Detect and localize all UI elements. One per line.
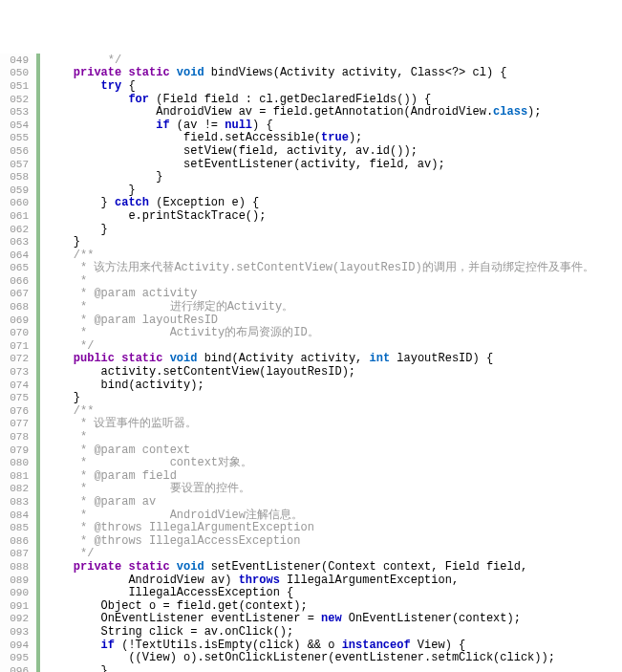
code-content: }	[46, 235, 80, 249]
code-line: 057 setEventListener(activity, field, av…	[0, 158, 622, 171]
code-line: 088 private static void setEventListener…	[0, 560, 622, 574]
gutter-divider	[37, 274, 40, 288]
line-number: 080	[0, 456, 37, 469]
line-number: 071	[0, 339, 37, 353]
line-number: 057	[0, 158, 37, 171]
line-number: 091	[0, 599, 37, 613]
code-line: 087 */	[0, 548, 622, 561]
line-number: 072	[0, 352, 37, 365]
gutter-divider	[37, 469, 40, 483]
line-number: 084	[0, 509, 37, 522]
gutter-divider	[37, 456, 40, 469]
code-content: * 该方法用来代替Activity.setContentView(layoutR…	[46, 261, 594, 274]
code-content: ((View) o).setOnClickListener(eventListe…	[46, 651, 555, 664]
code-line: 075 }	[0, 391, 622, 404]
code-content: *	[46, 274, 94, 288]
code-content: bind(activity);	[46, 379, 204, 392]
code-line: 062 }	[0, 223, 622, 236]
code-content: }	[46, 664, 108, 672]
code-content: IllegalAccessException {	[46, 586, 293, 599]
code-line: 073 activity.setContentView(layoutResID)…	[0, 365, 622, 379]
line-number: 073	[0, 365, 37, 379]
code-line: 083 * @param av	[0, 495, 622, 509]
gutter-divider	[37, 418, 40, 431]
line-number: 066	[0, 274, 37, 288]
code-line: 089 AndroidView av) throws IllegalArgume…	[0, 574, 622, 587]
gutter-divider	[37, 560, 40, 574]
code-line: 094 if (!TextUtils.isEmpty(click) && o i…	[0, 639, 622, 652]
line-number: 078	[0, 430, 37, 444]
gutter-divider	[37, 93, 40, 106]
code-content: * context对象。	[46, 456, 252, 469]
line-number: 092	[0, 612, 37, 625]
gutter-divider	[37, 158, 40, 171]
code-line: 064 /**	[0, 249, 622, 262]
gutter-divider	[37, 639, 40, 652]
gutter-divider	[37, 353, 40, 366]
gutter-divider	[37, 586, 40, 599]
gutter-divider	[37, 613, 40, 626]
gutter-divider	[37, 548, 40, 561]
code-line: 058 }	[0, 170, 622, 184]
line-number: 051	[0, 79, 37, 93]
code-line: 071 */	[0, 339, 622, 353]
code-line: 095 ((View) o).setOnClickListener(eventL…	[0, 651, 622, 664]
code-content: * @throws IllegalArgumentException	[46, 521, 314, 534]
gutter-divider	[37, 235, 40, 249]
gutter-divider	[37, 300, 40, 314]
gutter-divider	[37, 391, 40, 404]
code-listing: 049 */050 private static void bindViews(…	[0, 54, 622, 672]
code-content: * @param field	[46, 469, 177, 483]
gutter-divider	[37, 574, 40, 587]
code-line: 053 AndroidView av = field.getAnnotation…	[0, 105, 622, 119]
code-content: try {	[46, 79, 136, 93]
code-line: 067 * @param activity	[0, 288, 622, 301]
line-number: 090	[0, 586, 37, 599]
line-number: 076	[0, 404, 37, 418]
line-number: 077	[0, 417, 37, 430]
code-line: 065 * 该方法用来代替Activity.setContentView(lay…	[0, 262, 622, 275]
gutter-divider	[37, 67, 40, 80]
code-line: 093 String click = av.onClick();	[0, 625, 622, 639]
gutter-divider	[37, 144, 40, 158]
code-line: 074 bind(activity);	[0, 379, 622, 392]
gutter-divider	[37, 288, 40, 301]
gutter-divider	[37, 365, 40, 379]
line-number: 059	[0, 184, 37, 197]
gutter-divider	[37, 184, 40, 197]
gutter-divider	[37, 119, 40, 132]
line-number: 083	[0, 495, 37, 509]
code-line: 051 try {	[0, 79, 622, 93]
line-number: 087	[0, 547, 37, 560]
gutter-divider	[37, 314, 40, 327]
gutter-divider	[37, 262, 40, 275]
code-line: 052 for (Field field : cl.getDeclaredFie…	[0, 93, 622, 106]
code-line: 081 * @param field	[0, 469, 622, 483]
code-content: String click = av.onClick();	[46, 625, 293, 639]
code-line: 056 setView(field, activity, av.id());	[0, 144, 622, 158]
line-number: 063	[0, 235, 37, 249]
gutter-divider	[37, 404, 40, 418]
line-number: 088	[0, 560, 37, 574]
gutter-divider	[37, 534, 40, 548]
line-number: 086	[0, 534, 37, 548]
line-number: 074	[0, 379, 37, 392]
line-number: 061	[0, 209, 37, 223]
code-line: 050 private static void bindViews(Activi…	[0, 67, 622, 80]
gutter-divider	[37, 521, 40, 534]
code-content: } catch (Exception e) {	[46, 196, 259, 209]
line-number: 081	[0, 469, 37, 483]
line-number: 052	[0, 93, 37, 106]
gutter-divider	[37, 599, 40, 613]
gutter-divider	[37, 197, 40, 210]
code-content: *	[46, 430, 94, 444]
code-line: 077 * 设置事件的监听器。	[0, 418, 622, 431]
line-number: 056	[0, 144, 37, 158]
line-number: 068	[0, 300, 37, 314]
code-line: 096 }	[0, 664, 622, 672]
code-content: * @param av	[46, 495, 156, 509]
line-number: 089	[0, 574, 37, 587]
code-content: * @param activity	[46, 287, 197, 300]
line-number: 050	[0, 66, 37, 79]
code-content: * @param context	[46, 444, 190, 457]
